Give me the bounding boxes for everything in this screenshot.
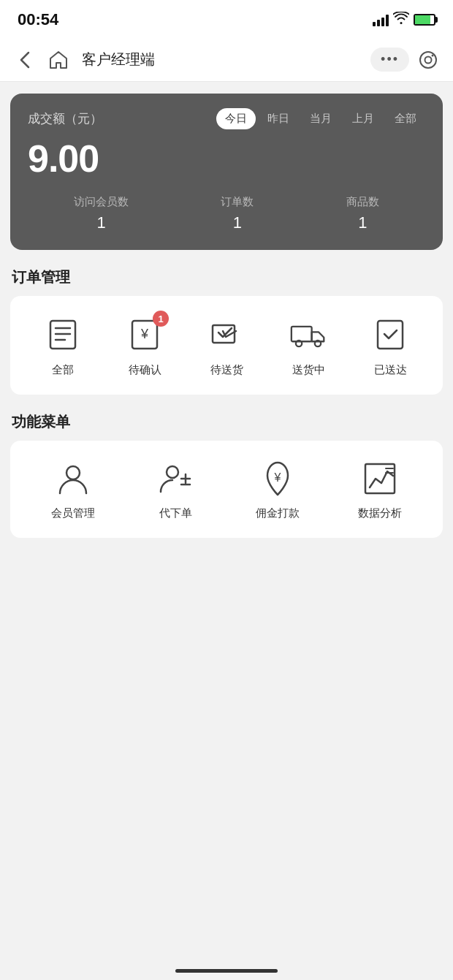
func-member-manage[interactable]: 会员管理: [22, 458, 124, 520]
order-pending-deliver-icon: [208, 316, 245, 353]
stats-amount: 9.00: [28, 137, 425, 181]
order-pending-confirm-label: 待确认: [129, 363, 161, 377]
order-delivering[interactable]: 送货中: [279, 314, 338, 377]
home-button[interactable]: [45, 47, 72, 73]
period-tab-today[interactable]: 今日: [216, 108, 256, 129]
metric-visitors-value: 1: [74, 213, 129, 232]
metric-products: 商品数 1: [346, 195, 379, 232]
order-pending-deliver-icon-wrap: [205, 314, 248, 356]
order-delivered-icon: [372, 316, 408, 353]
function-icon-row: 会员管理 代下单: [22, 458, 431, 520]
order-pending-confirm-badge: 1: [153, 311, 169, 327]
func-proxy-order-icon: [155, 458, 196, 499]
svg-rect-10: [292, 327, 312, 341]
metric-orders: 订单数 1: [221, 195, 254, 232]
svg-point-2: [432, 54, 434, 56]
period-tab-month[interactable]: 当月: [301, 108, 340, 129]
order-delivered-icon-wrap: [369, 314, 411, 356]
order-delivering-icon-wrap: [287, 314, 330, 356]
func-proxy-order[interactable]: 代下单: [124, 458, 226, 520]
func-member-manage-label: 会员管理: [51, 506, 95, 520]
signal-icon: [373, 13, 389, 26]
nav-right: •••: [370, 47, 441, 73]
svg-point-15: [167, 466, 178, 478]
order-all[interactable]: 全部: [34, 314, 92, 377]
metric-orders-label: 订单数: [221, 195, 254, 209]
metric-visitors-label: 访问会员数: [74, 195, 129, 209]
order-delivering-icon: [290, 316, 327, 353]
camera-button[interactable]: [415, 47, 441, 73]
order-all-label: 全部: [52, 363, 74, 377]
battery-icon: [414, 14, 435, 26]
func-commission-label: 佣金打款: [256, 506, 300, 520]
function-section-title: 功能菜单: [12, 412, 443, 432]
wifi-icon: [393, 12, 409, 29]
status-bar: 00:54: [0, 0, 453, 38]
func-commission[interactable]: ¥ 佣金打款: [226, 458, 329, 520]
nav-left: 客户经理端: [12, 47, 155, 73]
period-tab-lastmonth[interactable]: 上月: [343, 108, 383, 129]
status-icons: [373, 12, 435, 29]
func-data-analysis-label: 数据分析: [358, 506, 402, 520]
stats-card: 成交额（元） 今日 昨日 当月 上月 全部 9.00 访问会员数 1 订单数 1…: [10, 94, 443, 250]
svg-point-14: [66, 466, 80, 479]
status-time: 00:54: [18, 10, 58, 29]
stats-header: 成交额（元） 今日 昨日 当月 上月 全部: [28, 108, 425, 129]
svg-text:¥: ¥: [274, 471, 281, 484]
nav-bar: 客户经理端 •••: [0, 38, 453, 82]
svg-point-0: [420, 52, 436, 68]
metric-orders-value: 1: [221, 213, 254, 232]
metric-products-label: 商品数: [346, 195, 379, 209]
func-data-analysis[interactable]: 数据分析: [329, 458, 431, 520]
order-icon-row: 全部 ¥ 1 待确认: [22, 314, 431, 377]
order-card: 全部 ¥ 1 待确认: [10, 296, 443, 395]
nav-title: 客户经理端: [82, 50, 155, 69]
func-data-analysis-icon: [359, 458, 400, 499]
function-card: 会员管理 代下单: [10, 441, 443, 538]
order-all-icon-wrap: [42, 314, 84, 356]
order-section-title: 订单管理: [12, 267, 443, 287]
metric-visitors: 访问会员数 1: [74, 195, 129, 232]
main-content: 成交额（元） 今日 昨日 当月 上月 全部 9.00 访问会员数 1 订单数 1…: [0, 82, 453, 567]
period-tab-yesterday[interactable]: 昨日: [259, 108, 298, 129]
order-delivered-label: 已送达: [374, 363, 407, 377]
func-member-manage-icon: [53, 458, 94, 499]
order-pending-confirm-icon-wrap: ¥ 1: [123, 314, 166, 356]
svg-text:¥: ¥: [140, 327, 149, 341]
metric-products-value: 1: [346, 213, 379, 232]
home-indicator: [175, 969, 278, 973]
period-tab-all[interactable]: 全部: [386, 108, 425, 129]
order-delivering-label: 送货中: [292, 363, 325, 377]
order-delivered[interactable]: 已送达: [361, 314, 419, 377]
stats-label: 成交额（元）: [28, 110, 102, 127]
order-pending-deliver-label: 待送货: [210, 363, 243, 377]
order-all-icon: [45, 316, 81, 353]
period-tabs: 今日 昨日 当月 上月 全部: [216, 108, 425, 129]
func-commission-icon: ¥: [257, 458, 298, 499]
order-pending-deliver[interactable]: 待送货: [197, 314, 256, 377]
svg-point-1: [425, 56, 432, 63]
svg-rect-13: [378, 321, 403, 349]
back-button[interactable]: [12, 47, 38, 73]
order-pending-confirm[interactable]: ¥ 1 待确认: [115, 314, 174, 377]
stats-metrics: 访问会员数 1 订单数 1 商品数 1: [28, 195, 425, 232]
more-button[interactable]: •••: [370, 48, 409, 72]
func-proxy-order-label: 代下单: [159, 506, 192, 520]
